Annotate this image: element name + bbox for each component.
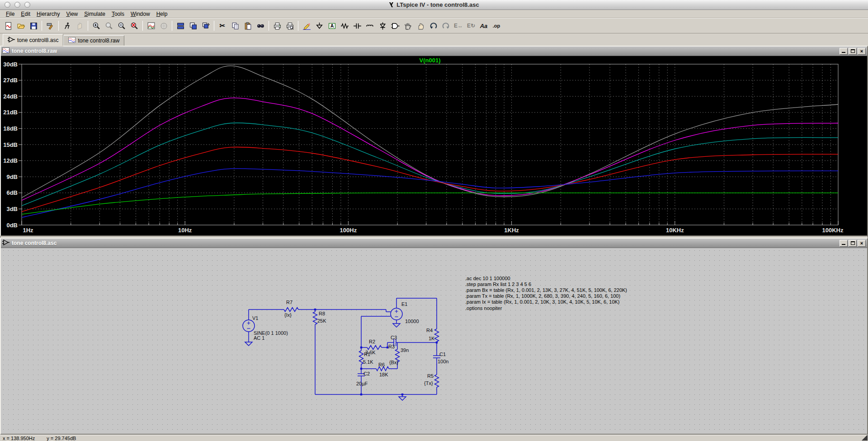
zoom-in-icon[interactable] <box>90 20 102 32</box>
wire-junction <box>314 309 316 310</box>
schematic-pane-title: tone control8.asc <box>12 240 839 246</box>
ground-icon[interactable] <box>313 20 325 32</box>
menu-window[interactable]: Window <box>127 10 153 18</box>
ground-symbol <box>245 342 252 346</box>
spice-directive-line[interactable]: .options noopiter <box>465 305 502 311</box>
paste-icon[interactable] <box>242 20 254 32</box>
autorange-y-icon[interactable] <box>145 20 157 32</box>
pane-close-button[interactable]: × <box>858 48 866 55</box>
waveform-pane-title: tone control8.raw <box>12 48 839 54</box>
tab-bar: tone control8.asc tone control8.raw <box>0 33 868 46</box>
pane-minimize-button[interactable] <box>840 48 848 55</box>
trace-legend-label[interactable]: V(n001) <box>420 57 441 64</box>
zoom-out-icon[interactable] <box>116 20 127 32</box>
open-icon[interactable] <box>15 20 27 32</box>
status-y-readout: y = 29.745dB <box>47 436 76 441</box>
move-icon[interactable] <box>402 20 414 32</box>
y-axis-tick-label: 18dB <box>3 125 18 132</box>
mirror-icon[interactable]: E↔ <box>453 20 464 32</box>
print-preview-icon[interactable] <box>284 20 296 32</box>
menu-bar: FileEditHierarchyViewSimulateToolsWindow… <box>0 10 868 18</box>
menu-file[interactable]: File <box>3 10 18 18</box>
resistor-symbol-R4[interactable] <box>435 329 439 342</box>
drag-icon[interactable] <box>415 20 426 32</box>
toolbar-separator <box>42 21 42 31</box>
pane-minimize-button[interactable] <box>840 240 848 247</box>
resistor-icon[interactable] <box>339 20 350 32</box>
diode-icon[interactable] <box>377 20 388 32</box>
component-name-C2: C2 <box>363 371 370 376</box>
inductor-icon[interactable] <box>364 20 376 32</box>
component-value2-V1: AC 1 <box>254 335 264 341</box>
print-icon[interactable] <box>271 20 283 32</box>
waveform-pane-titlebar[interactable]: tone control8.raw × <box>1 47 867 56</box>
tab-label: tone control8.raw <box>78 38 119 44</box>
menu-help[interactable]: Help <box>153 10 171 18</box>
menu-view[interactable]: View <box>63 10 81 18</box>
undo-icon[interactable] <box>427 20 439 32</box>
save-icon[interactable] <box>28 20 39 32</box>
tile-vertical-icon[interactable] <box>187 20 199 32</box>
pan-icon[interactable] <box>158 20 170 32</box>
resistor-symbol-R8[interactable] <box>313 312 317 324</box>
zoom-full-extents-icon[interactable] <box>128 20 140 32</box>
component-name-C1: C1 <box>439 352 446 357</box>
copy-icon[interactable] <box>229 20 241 32</box>
component-value-R6: 18K <box>379 372 388 377</box>
schematic-pane-titlebar[interactable]: tone control8.asc × <box>1 239 867 248</box>
redo-icon[interactable] <box>440 20 452 32</box>
opamp-pane-icon <box>2 239 9 247</box>
pane-close-button[interactable]: × <box>858 240 866 247</box>
spice-directive-line[interactable]: .param Bx = table (Rx, 1, 0.001, 2, 13K,… <box>465 287 627 293</box>
spice-directive-line[interactable]: .param Tx = table (Rx, 1, 1000K, 2, 680,… <box>465 293 620 299</box>
net-label-icon[interactable]: A <box>326 20 338 32</box>
toolbar: ✂AE↔E↻Aa.op <box>0 18 868 33</box>
halt-icon[interactable] <box>74 20 85 32</box>
text-icon[interactable]: Aa <box>478 20 490 32</box>
pane-maximize-button[interactable] <box>849 48 857 55</box>
menu-tools[interactable]: Tools <box>108 10 127 18</box>
window-titlebar[interactable]: LTspice IV - tone control8.asc <box>0 0 868 10</box>
spice-directive-line[interactable]: .param Ix = table (Rx, 1, 0.001, 2, 10K,… <box>465 299 620 305</box>
component-icon[interactable] <box>389 20 401 32</box>
wire-icon[interactable] <box>301 20 312 32</box>
wire-junction <box>360 368 362 370</box>
cascade-windows-icon[interactable] <box>200 20 212 32</box>
menu-simulate[interactable]: Simulate <box>81 10 108 18</box>
run-icon[interactable] <box>61 20 73 32</box>
find-icon[interactable] <box>255 20 266 32</box>
spice-directive-line[interactable]: .ac dec 10 1 100000 <box>465 276 510 281</box>
component-value-R7: {Ix} <box>284 312 292 318</box>
y-axis-tick-label: 30dB <box>3 61 18 68</box>
menu-hierarchy[interactable]: Hierarchy <box>33 10 63 18</box>
ground-symbol <box>399 397 406 400</box>
menu-edit[interactable]: Edit <box>18 10 33 18</box>
plus-mark <box>395 310 398 313</box>
y-axis-tick-label: 27dB <box>3 77 18 84</box>
waveform-plot-area[interactable]: 0dB3dB6dB9dB12dB15dB18dB21dB24dB27dB30dB… <box>1 56 867 235</box>
toolbar-separator <box>269 21 269 31</box>
cut-icon[interactable]: ✂ <box>217 20 228 32</box>
resistor-symbol-R5[interactable] <box>435 375 439 387</box>
tab-tone-control8-raw[interactable]: tone control8.raw <box>63 35 124 46</box>
spice-directive-line[interactable]: .step param Rx list 1 2 3 4 5 6 <box>465 281 531 287</box>
x-axis-tick-label: 100KHz <box>822 227 844 234</box>
control-panel-icon[interactable] <box>44 20 56 32</box>
zoom-back-icon[interactable] <box>103 20 115 32</box>
spice-directive-icon[interactable]: .op <box>491 20 502 32</box>
pane-maximize-button[interactable] <box>849 240 857 247</box>
tab-tone-control8-asc[interactable]: tone control8.asc <box>3 34 63 46</box>
resistor-symbol-R7[interactable] <box>284 308 298 312</box>
new-schematic-icon[interactable] <box>2 20 14 32</box>
component-value-R8: 25K <box>317 318 326 324</box>
tile-horizontal-icon[interactable] <box>175 20 186 32</box>
waveform-pane-icon <box>2 47 9 55</box>
rotate-icon[interactable]: E↻ <box>465 20 477 32</box>
component-value-C1: 100n <box>438 359 448 364</box>
schematic-canvas[interactable]: V1SINE(0 1 1000)AC 1R7{Ix}R825KE110000R2… <box>1 248 867 434</box>
capacitor-icon[interactable] <box>351 20 363 32</box>
toolbar-separator <box>142 21 143 31</box>
status-x-readout: x = 138.950Hz <box>3 436 35 441</box>
resistor-symbol-R2[interactable] <box>367 346 382 350</box>
resize-grip[interactable] <box>862 435 868 441</box>
